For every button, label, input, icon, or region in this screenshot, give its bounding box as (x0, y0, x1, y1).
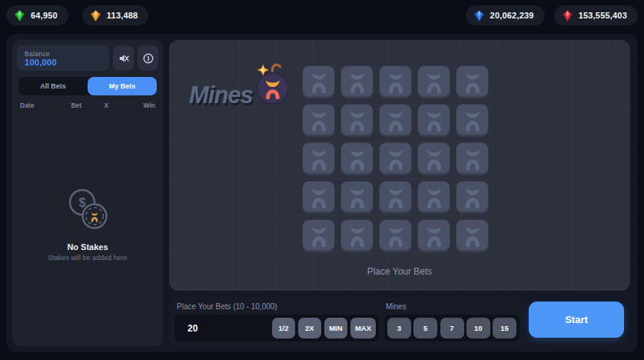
mine-tile-icon (307, 146, 330, 172)
currency-pill-blue: 20,062,239 (466, 5, 545, 25)
mine-tile[interactable] (302, 104, 335, 137)
mine-tile-icon (461, 108, 484, 133)
mine-tile-icon (346, 223, 369, 248)
mine-tile[interactable] (456, 142, 489, 175)
mines-count-label: Mines (386, 302, 407, 311)
bet-amount-box: 1/2 2X MIN MAX (174, 315, 379, 342)
mines-options-box: 3 5 7 10 15 (384, 315, 520, 342)
mines-option-7[interactable]: 7 (440, 318, 464, 338)
mine-tile-icon (423, 146, 446, 172)
mine-tile[interactable] (417, 65, 450, 98)
column-header-win: Win (118, 102, 155, 109)
bet-controls-panel: Place Your Bets (10 - 10,000) Mines 1/2 … (169, 297, 524, 348)
column-header-date: Date (20, 102, 58, 109)
mine-tile-icon (461, 146, 484, 172)
balance-card: Balance 100,000 (17, 45, 109, 71)
mine-tile[interactable] (456, 65, 489, 98)
mine-tile[interactable] (340, 104, 373, 137)
mine-tile[interactable] (340, 181, 373, 214)
mine-tile-icon (384, 108, 407, 133)
currency-group-right: 20,062,239 153,555,403 (466, 5, 638, 25)
mine-tile[interactable] (417, 219, 450, 252)
mine-tile[interactable] (456, 181, 489, 214)
mine-tile[interactable] (340, 219, 373, 252)
mine-tile-icon (461, 185, 484, 210)
mine-tile[interactable] (379, 65, 412, 98)
mines-option-15[interactable]: 15 (493, 318, 516, 338)
empty-state-title: No Stakes (67, 242, 108, 252)
game-panel: Mines (169, 40, 630, 291)
tab-my-bets[interactable]: My Bets (88, 77, 157, 95)
start-button[interactable]: Start (529, 302, 624, 338)
currency-pill-gold: 113,488 (82, 5, 149, 25)
mine-tile-icon (346, 185, 369, 210)
mines-option-10[interactable]: 10 (466, 318, 490, 338)
mine-tile-icon (423, 223, 446, 248)
bets-tabs: All Bets My Bets (18, 77, 157, 95)
empty-state: $ No Stakes Stakes will be added here (12, 185, 163, 262)
double-bet-button[interactable]: 2X (298, 318, 321, 338)
mine-tile-icon (423, 185, 446, 210)
mine-tile[interactable] (302, 142, 335, 175)
mines-board (302, 65, 489, 252)
currency-value: 113,488 (107, 11, 138, 20)
mine-tile-icon (346, 146, 369, 172)
min-bet-button[interactable]: MIN (324, 318, 347, 338)
mine-tile[interactable] (379, 104, 412, 137)
column-header-x: X (95, 102, 118, 109)
info-button[interactable] (138, 45, 158, 71)
currency-pill-green: 64,950 (6, 5, 68, 25)
info-icon (142, 52, 154, 65)
mine-tile[interactable] (379, 142, 412, 175)
mute-button[interactable] (113, 45, 134, 71)
mine-tile-icon (461, 223, 484, 248)
mine-tile-icon (307, 108, 330, 133)
mine-tile[interactable] (417, 142, 450, 175)
topbar: 64,950 113,488 20,062,239 (0, 0, 644, 31)
mine-tile[interactable] (456, 104, 489, 137)
mines-option-5[interactable]: 5 (413, 318, 437, 338)
mines-logo: Mines (189, 65, 289, 118)
balance-value: 100,000 (25, 58, 101, 67)
mine-tile-icon (307, 185, 330, 210)
tab-all-bets[interactable]: All Bets (18, 77, 88, 95)
balance-label: Balance (25, 50, 101, 58)
currency-value: 64,950 (31, 11, 58, 20)
mine-tile[interactable] (379, 219, 412, 252)
muted-speaker-icon (118, 52, 130, 65)
coin-chip-icon: $ (63, 185, 112, 234)
mine-tile[interactable] (340, 142, 373, 175)
sidebar: Balance 100,000 All Bets My Bets (12, 40, 163, 346)
max-bet-button[interactable]: MAX (350, 318, 376, 338)
mine-tile[interactable] (456, 219, 489, 252)
currency-value: 20,062,239 (490, 11, 534, 20)
mine-tile-icon (307, 69, 330, 95)
mine-tile-icon (423, 69, 446, 95)
board-status-text: Place Your Bets (169, 266, 630, 277)
mine-tile-icon (461, 69, 484, 95)
mine-tile[interactable] (302, 65, 335, 98)
mine-tile[interactable] (379, 181, 412, 214)
mine-tile-icon (384, 185, 407, 210)
empty-state-subtitle: Stakes will be added here (48, 254, 127, 262)
bets-table-header: Date Bet X Win (20, 102, 155, 109)
mine-tile-icon (346, 69, 369, 95)
mines-option-3[interactable]: 3 (387, 318, 411, 338)
column-header-bet: Bet (58, 102, 95, 109)
half-bet-button[interactable]: 1/2 (272, 318, 295, 338)
mine-tile-icon (346, 108, 369, 133)
mine-tile[interactable] (302, 219, 335, 252)
mine-tile-icon (307, 223, 330, 248)
mine-tile-icon (384, 223, 407, 248)
mine-tile[interactable] (417, 181, 450, 214)
mine-tile[interactable] (302, 181, 335, 214)
bet-amount-input[interactable] (174, 323, 269, 334)
mine-tile[interactable] (340, 65, 373, 98)
mine-tile[interactable] (417, 104, 450, 137)
svg-text:$: $ (79, 196, 86, 209)
currency-pill-red: 153,555,403 (554, 5, 638, 25)
main-container: Balance 100,000 All Bets My Bets (6, 34, 638, 352)
bet-amount-label: Place Your Bets (10 - 10,000) (177, 302, 277, 311)
mines-logo-text: Mines (189, 82, 253, 109)
bomb-icon (246, 60, 294, 108)
